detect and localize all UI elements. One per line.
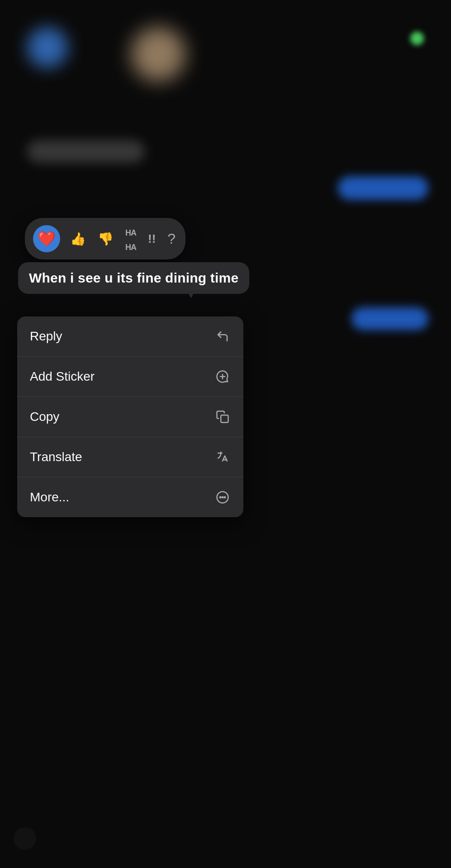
copy-menu-item[interactable]: Copy [17,397,243,437]
bg-message-blur [27,140,145,163]
reaction-thumbsup-button[interactable]: 👍 [68,230,88,248]
bg-message-blue-right2 [351,307,428,330]
add-sticker-icon [214,368,231,385]
reaction-bar: ❤️ 👍 👎 HAHA !! ? [25,218,185,259]
reply-menu-item[interactable]: Reply [17,316,243,357]
reaction-heart-button[interactable]: ❤️ [33,225,60,252]
reaction-question-button[interactable]: ? [166,229,177,249]
svg-point-5 [220,497,221,498]
svg-point-7 [224,497,226,498]
context-menu: Reply Add Sticker Copy [17,316,243,517]
copy-icon [214,409,231,425]
translate-label: Translate [30,450,82,464]
reaction-exclaim-button[interactable]: !! [146,230,157,248]
translate-menu-item[interactable]: Translate [17,437,243,477]
reaction-haha-button[interactable]: HAHA [123,222,138,255]
add-sticker-label: Add Sticker [30,369,95,384]
message-text: When i see u its fine dining time [29,270,238,285]
bg-message-blue-right [338,176,428,200]
reply-label: Reply [30,329,62,344]
bottom-icon [14,827,36,850]
svg-point-6 [222,497,223,498]
copy-label: Copy [30,410,59,424]
bg-avatar-blur [27,27,68,68]
more-label: More... [30,490,69,505]
bg-status-blur [410,32,424,45]
bottom-area [0,778,451,868]
translate-icon [214,449,231,465]
svg-rect-2 [221,415,228,422]
message-bubble: When i see u its fine dining time [18,262,249,294]
bg-person-blur [131,27,185,81]
more-icon [214,489,231,505]
add-sticker-menu-item[interactable]: Add Sticker [17,357,243,397]
reply-icon [214,328,231,344]
reaction-thumbsdown-button[interactable]: 👎 [96,230,115,248]
more-menu-item[interactable]: More... [17,477,243,517]
